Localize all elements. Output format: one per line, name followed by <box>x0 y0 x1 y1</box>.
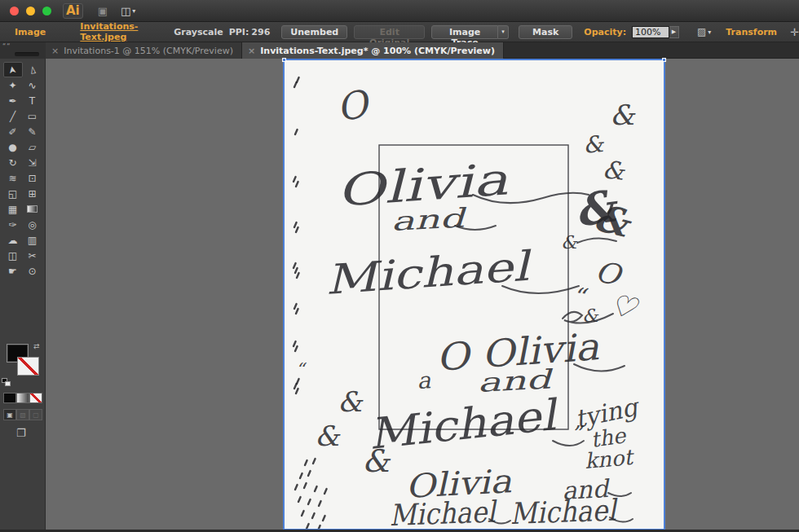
tab-active[interactable]: ×Invitations-Text.jpeg* @ 100% (CMYK/Pre… <box>242 42 504 59</box>
selection-anchor-top-left[interactable] <box>282 58 286 62</box>
calligraphy-ampersand-4: & <box>561 232 578 253</box>
pen-test-dash <box>315 486 317 491</box>
tab-inactive[interactable]: ×Invitations-1 @ 151% (CMYK/Preview) <box>46 42 242 59</box>
arrange-documents-caret-icon[interactable]: ▾ <box>132 7 135 15</box>
eraser-tool-icon: ▱ <box>29 143 36 152</box>
screen-mode-icon[interactable]: ❐ <box>16 427 26 439</box>
column-graph-tool[interactable]: ▥ <box>23 232 42 248</box>
window-title-bar: Ai ▣ ◫ ▾ <box>0 0 799 22</box>
draw-inside-button[interactable]: ▢ <box>29 409 42 420</box>
pen-test-dash <box>295 268 298 273</box>
image-trace-dropdown-icon[interactable]: ▾ <box>498 25 509 39</box>
blob-brush-tool[interactable]: ● <box>3 139 23 155</box>
selection-tool[interactable]: ➤ <box>3 62 23 77</box>
panel-collapse-icon[interactable]: ““ <box>2 43 11 51</box>
color-mode-label: Grayscale <box>174 27 223 37</box>
tools-panel-header[interactable]: ““ <box>0 42 46 59</box>
style-caret-icon[interactable]: ▾ <box>708 29 711 36</box>
panel-grip[interactable] <box>15 52 39 56</box>
pen-tool[interactable]: ✒ <box>3 93 23 108</box>
document-tab-bar: ““ ×Invitations-1 @ 151% (CMYK/Preview)×… <box>0 42 799 59</box>
draw-normal-button[interactable]: ▣ <box>3 409 16 420</box>
color-type-buttons <box>3 393 42 403</box>
calligraphy-flourish-o-right: O <box>592 253 627 293</box>
calligraphy-artwork: O&&&Oliviaand&&Michael&O“♡&O Olivia“aand… <box>284 59 664 530</box>
gradient-button[interactable] <box>16 393 29 403</box>
selection-anchor-top-right[interactable] <box>662 58 666 62</box>
direct-selection-tool-icon: ▻ <box>27 65 38 74</box>
lasso-tool[interactable]: ∿ <box>23 77 42 93</box>
eraser-tool[interactable]: ▱ <box>23 139 42 155</box>
rotate-tool[interactable]: ↻ <box>3 155 23 170</box>
hand-tool-icon: ☛ <box>8 266 17 276</box>
rotate-tool-icon: ↻ <box>8 158 16 168</box>
artboard-tool[interactable]: ◫ <box>3 248 23 263</box>
bridge-icon[interactable]: ▣ <box>98 5 108 17</box>
swap-fill-stroke-icon[interactable]: ⇄ <box>33 342 40 350</box>
image-trace-button[interactable]: Image Trace <box>431 25 498 39</box>
stroke-color-swatch[interactable] <box>17 357 39 376</box>
type-tool[interactable]: T <box>23 93 42 108</box>
perspective-grid-tool[interactable]: ⊞ <box>23 186 42 201</box>
close-window-icon[interactable] <box>10 7 19 15</box>
tab-close-icon[interactable]: × <box>248 46 255 56</box>
opacity-stepper-icon[interactable]: ▶ <box>669 26 679 38</box>
gradient-tool-icon <box>27 205 38 213</box>
eyedropper-tool-icon: ✑ <box>8 220 16 230</box>
width-tool[interactable]: ≋ <box>3 170 23 186</box>
blend-tool-icon: ◎ <box>28 220 36 230</box>
eyedropper-tool[interactable]: ✑ <box>3 217 23 232</box>
free-transform-tool-icon: ⊡ <box>28 174 36 183</box>
image-panel-label: Image <box>15 27 46 37</box>
file-name-link[interactable]: Invitations-Text.jpeg <box>80 21 166 42</box>
pen-test-dash <box>295 485 298 490</box>
calligraphy-knot: knot <box>584 445 636 473</box>
line-segment-tool[interactable]: ╱ <box>3 108 23 124</box>
color-button[interactable] <box>3 393 16 403</box>
shape-builder-tool[interactable]: ◱ <box>3 186 23 201</box>
default-stroke-chip <box>5 381 11 386</box>
reference-point-icon[interactable]: ✛ <box>790 26 799 38</box>
pen-test-dash <box>294 82 297 87</box>
slice-tool[interactable]: ✂ <box>23 248 42 263</box>
zoom-window-icon[interactable] <box>42 7 51 15</box>
hand-tool[interactable]: ☛ <box>3 263 23 279</box>
style-swatch-icon[interactable]: ▨ <box>697 26 706 37</box>
minimize-window-icon[interactable] <box>26 7 35 15</box>
none-button[interactable] <box>29 393 42 403</box>
pen-test-dash <box>295 346 298 351</box>
symbol-sprayer-tool[interactable]: ☁ <box>3 232 23 248</box>
blend-tool[interactable]: ◎ <box>23 217 42 232</box>
shape-builder-tool-icon: ◱ <box>8 189 17 199</box>
mask-button[interactable]: Mask <box>519 25 572 39</box>
scale-tool[interactable]: ⇲ <box>23 155 42 170</box>
gradient-tool[interactable] <box>23 201 42 217</box>
calligraphy-a-small: a <box>417 367 432 394</box>
magic-wand-tool[interactable]: ✦ <box>3 77 23 93</box>
default-fill-stroke-icon[interactable] <box>2 378 11 387</box>
traffic-lights <box>0 7 51 15</box>
pencil-tool[interactable]: ✎ <box>23 124 42 139</box>
free-transform-tool[interactable]: ⊡ <box>23 170 42 186</box>
draw-behind-button[interactable]: ▧ <box>16 409 29 420</box>
pen-test-dash <box>300 473 302 478</box>
arrange-documents-icon[interactable]: ◫ <box>121 5 130 17</box>
rectangle-tool[interactable]: ▭ <box>23 108 42 124</box>
image-trace-group: Image Trace ▾ <box>431 25 509 39</box>
tab-close-icon[interactable]: × <box>51 46 59 56</box>
pen-test-dash <box>313 459 316 464</box>
ppi-value: 296 <box>251 27 270 37</box>
direct-selection-tool[interactable]: ▻ <box>23 62 42 77</box>
placed-image-artboard[interactable]: O&&&Oliviaand&&Michael&O“♡&O Olivia“aand… <box>284 59 664 530</box>
mesh-tool[interactable]: ▦ <box>3 201 23 217</box>
magic-wand-tool-icon: ✦ <box>8 81 16 90</box>
opacity-input[interactable] <box>632 26 669 38</box>
zoom-tool[interactable]: ⊙ <box>23 263 42 279</box>
paintbrush-tool[interactable]: ✐ <box>3 124 23 139</box>
unembed-button[interactable]: Unembed <box>281 25 347 39</box>
tools-panel: ➤▻✦∿✒T╱▭✐✎●▱↻⇲≋⊡◱⊞▦✑◎☁▥◫✂☛⊙ ⇄ ▣ ▧ ▢ ❐ <box>0 59 46 530</box>
illustrator-window: Ai ▣ ◫ ▾ Image Invitations-Text.jpeg Gra… <box>0 0 799 532</box>
pencil-tool-icon: ✎ <box>28 127 36 137</box>
pen-test-dash <box>294 341 296 346</box>
transform-link[interactable]: Transform <box>726 27 777 37</box>
